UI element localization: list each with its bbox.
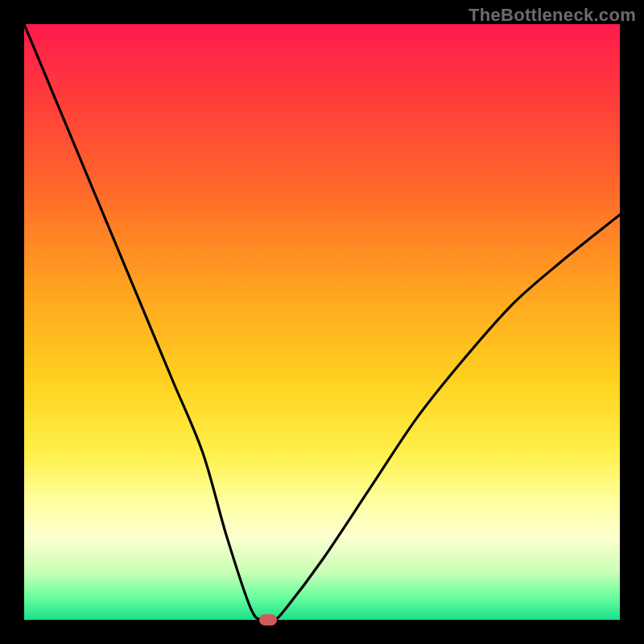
optimal-point-marker xyxy=(259,614,277,625)
bottleneck-curve xyxy=(24,24,620,620)
chart-frame: TheBottleneck.com xyxy=(0,0,644,644)
chart-plot-area xyxy=(24,24,620,620)
watermark-text: TheBottleneck.com xyxy=(469,5,636,26)
